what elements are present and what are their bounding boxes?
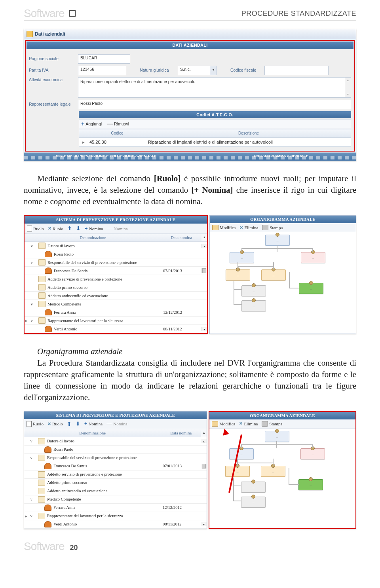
cell-descrizione[interactable]: Riparazione di impianti elettrici e di a… — [146, 138, 351, 146]
org-node[interactable]: — — [298, 479, 323, 490]
role-card-icon — [38, 301, 46, 307]
row-date — [161, 440, 201, 442]
nomina-add-button[interactable]: + Nomina — [85, 226, 103, 232]
tree-row[interactable]: Addetto antincendio ed evacuazione — [25, 292, 207, 300]
elimina-button[interactable]: ✕ Elimina — [239, 225, 258, 230]
tree-row[interactable]: Ferrara Anna12/12/2012 — [25, 308, 207, 317]
col-denominazione: Denominazione — [25, 234, 161, 241]
modifica-button[interactable]: Modifica — [212, 225, 236, 230]
tree-row[interactable]: vMedico Competente — [25, 300, 207, 308]
expand-icon[interactable]: v — [28, 302, 35, 306]
input-codice-fiscale[interactable] — [264, 66, 329, 75]
org-node[interactable]: — — [241, 300, 266, 311]
subsection-body: La Procedura Standardizzata consiglia di… — [24, 357, 356, 403]
x-icon: ✕ — [48, 421, 51, 427]
tree-row[interactable]: vDatore di lavoro▴ — [25, 242, 207, 250]
modifica-button[interactable]: Modifica — [212, 421, 235, 427]
tree-row[interactable]: Verdi Antonio08/11/2012▾ — [25, 325, 207, 333]
org-node[interactable]: — — [230, 252, 254, 263]
dropdown-arrow-icon[interactable]: ▼ — [210, 66, 217, 75]
move-down-button[interactable]: ⬇ — [76, 225, 81, 232]
org-node[interactable]: — — [241, 482, 266, 493]
add-label: Aggiungi — [86, 121, 102, 127]
row-label: Rossi Paolo — [53, 251, 162, 258]
cell-codice[interactable]: 45.20.30 — [88, 138, 146, 146]
add-ateco-button[interactable]: + Aggiungi — [81, 121, 102, 127]
tree-row[interactable]: Addetto antincendio ed evacuazione — [24, 487, 207, 495]
panel-organigramma: ORGANIGRAMMA AZIENDALE Modifica✕ Elimina… — [209, 411, 356, 529]
tree-row[interactable]: vDatore di lavoro▴ — [24, 437, 207, 446]
tree-row[interactable]: vResponsabile del servizio di prevenzion… — [25, 258, 207, 267]
ruolo-new-button[interactable]: Ruolo — [27, 421, 44, 427]
org-node[interactable]: — — [261, 466, 285, 477]
tree-row[interactable]: Addetto servizio di prevenzione e protez… — [24, 470, 207, 479]
input-ragione-sociale[interactable]: BLUCAR — [78, 54, 130, 64]
tree-row[interactable]: vResponsabile del servizio di prevenzion… — [24, 454, 207, 462]
org-node[interactable]: — — [265, 431, 289, 442]
tree-row[interactable]: Addetto servizio di prevenzione e protez… — [25, 275, 207, 283]
nomina-remove-button[interactable]: — Nomina — [107, 226, 127, 232]
tree-row[interactable]: Ferrara Anna12/12/2012 — [24, 504, 207, 512]
tree-row[interactable]: Addetto primo soccorso — [25, 283, 207, 292]
scrollbar[interactable] — [201, 268, 207, 273]
col-sort-icon[interactable]: ▴ — [201, 234, 207, 241]
row-date — [161, 490, 201, 492]
org-node[interactable]: — — [241, 497, 266, 508]
col-sort-icon[interactable]: ▴ — [201, 429, 207, 437]
scrollbar[interactable]: ▾ — [201, 327, 207, 331]
tree-row[interactable]: Francesca De Santis07/01/2013 — [24, 462, 207, 470]
input-partita-iva[interactable]: 123456 — [78, 66, 126, 75]
row-date: 08/11/2012 — [161, 521, 201, 527]
tree-row[interactable]: ▸vRappresentante dei lavoratori per la s… — [24, 512, 207, 520]
expand-icon[interactable]: v — [28, 455, 34, 460]
move-up-button[interactable]: ⬆ — [67, 421, 72, 427]
expand-icon[interactable]: v — [28, 497, 34, 501]
expand-icon[interactable]: v — [28, 260, 35, 265]
expand-icon[interactable]: v — [28, 319, 35, 323]
scroll-down-icon[interactable]: ▾ — [347, 93, 349, 97]
org-node[interactable]: — — [229, 448, 254, 459]
input-rappresentante-legale[interactable]: Rossi Paolo — [78, 100, 351, 109]
org-node[interactable]: — — [225, 466, 250, 477]
expand-icon[interactable]: v — [28, 439, 34, 443]
org-node[interactable]: — — [261, 269, 286, 281]
org-node[interactable]: — — [226, 269, 250, 281]
org-node[interactable]: — — [301, 252, 325, 263]
org-node[interactable]: — — [299, 283, 323, 294]
org-node[interactable]: — — [241, 285, 266, 296]
scrollbar[interactable] — [201, 464, 207, 469]
nomina-remove-button[interactable]: — Nomina — [106, 421, 127, 427]
tree-row[interactable]: Addetto primo soccorso — [24, 479, 207, 487]
tree-row[interactable]: Verdi Antonio08/11/2012▾ — [24, 520, 207, 529]
move-down-button[interactable]: ⬇ — [76, 421, 80, 427]
tree-row[interactable]: Rossi Paolo — [25, 250, 207, 258]
stampa-button[interactable]: Stampa — [262, 225, 283, 230]
tree-row[interactable]: ▸vRappresentante dei lavoratori per la s… — [25, 317, 207, 325]
scrollbar[interactable]: ▾ — [201, 522, 207, 526]
ruolo-new-button[interactable]: Ruolo — [27, 226, 44, 231]
person-icon — [44, 446, 51, 453]
tree-row[interactable]: vMedico Competente — [24, 495, 207, 504]
tree-row[interactable]: Rossi Paolo — [24, 446, 207, 454]
select-natura-giuridica[interactable]: S.n.c. — [178, 66, 210, 75]
stampa-button[interactable]: Stampa — [262, 421, 282, 427]
x-icon: ✕ — [239, 421, 243, 426]
textarea-attivita-economica[interactable]: Riparazione impianti elettrici e di alim… — [78, 77, 351, 98]
scroll-up-icon[interactable]: ▴ — [347, 78, 349, 82]
page-number: 20 — [70, 544, 78, 552]
remove-ateco-button[interactable]: — Rimuovi — [107, 121, 129, 127]
expand-icon[interactable]: v — [28, 514, 34, 518]
nomina-add-button[interactable]: + Nomina — [84, 421, 103, 427]
org-node[interactable]: — — [265, 235, 290, 246]
expand-icon[interactable]: v — [28, 244, 35, 248]
tree-row[interactable]: Francesca De Santis07/01/2013 — [25, 267, 207, 275]
scrollbar[interactable]: ▴ — [201, 244, 207, 248]
org-node[interactable]: — — [300, 448, 325, 459]
row-date — [161, 482, 201, 484]
ruolo-delete-button[interactable]: ✕ Ruolo — [48, 226, 63, 231]
move-up-button[interactable]: ⬆ — [67, 225, 72, 232]
header-rule — [24, 21, 356, 21]
scrollbar[interactable]: ▴ — [201, 439, 207, 443]
ruolo-delete-button[interactable]: ✕ Ruolo — [48, 421, 63, 427]
elimina-button[interactable]: ✕ Elimina — [239, 421, 258, 426]
